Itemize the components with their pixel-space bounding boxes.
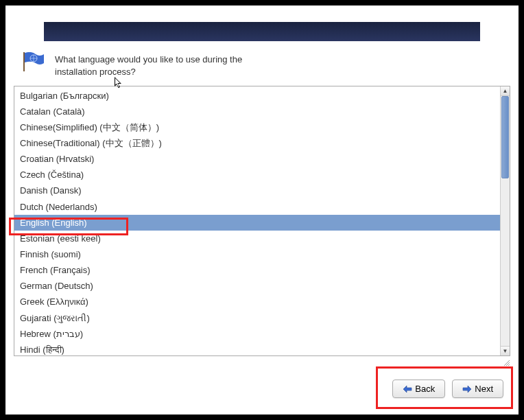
arrow-right-icon <box>462 385 472 393</box>
svg-line-6 <box>508 364 510 366</box>
list-item[interactable]: Bulgarian (Български) <box>14 88 500 104</box>
list-item[interactable]: Czech (Čeština) <box>14 167 500 183</box>
list-item[interactable]: Chinese(Traditional) (中文（正體）) <box>14 136 500 152</box>
list-item[interactable]: English (English) <box>14 215 500 231</box>
arrow-left-icon <box>403 385 412 393</box>
prompt-line1: What language would you like to use duri… <box>55 54 242 66</box>
back-button[interactable]: Back <box>392 380 445 398</box>
list-item[interactable]: Gujarati (ગુજરાતી) <box>14 310 500 326</box>
list-item[interactable]: Hebrew (עברית) <box>14 326 500 342</box>
list-item[interactable]: Estonian (eesti keel) <box>14 231 500 246</box>
prompt-text: What language would you like to use duri… <box>55 52 242 78</box>
prompt-line2: installation process? <box>55 66 242 78</box>
scroll-up-arrow-icon[interactable]: ▲ <box>501 86 510 96</box>
language-list[interactable]: Bulgarian (Български)Catalan (Català)Chi… <box>14 86 500 355</box>
scroll-thumb[interactable] <box>501 96 509 178</box>
svg-rect-0 <box>23 52 25 71</box>
list-item[interactable]: Greek (Ελληνικά) <box>14 294 500 310</box>
prompt-row: What language would you like to use duri… <box>5 41 519 86</box>
next-button-label: Next <box>475 384 493 394</box>
back-button-label: Back <box>415 384 435 394</box>
list-item[interactable]: Dutch (Nederlands) <box>14 199 500 215</box>
list-item[interactable]: French (Français) <box>14 263 500 279</box>
list-item[interactable]: Catalan (Català) <box>14 104 500 119</box>
language-list-container: Bulgarian (Български)Catalan (Català)Chi… <box>14 86 510 356</box>
list-item[interactable]: Finnish (suomi) <box>14 247 500 263</box>
list-item[interactable]: Danish (Dansk) <box>14 183 500 199</box>
list-item[interactable]: German (Deutsch) <box>14 279 500 294</box>
list-item[interactable]: Croatian (Hrvatski) <box>14 152 500 167</box>
list-item[interactable]: Chinese(Simplified) (中文（简体）) <box>14 119 500 135</box>
list-item[interactable]: Hindi (हिन्दी) <box>14 342 500 355</box>
scroll-down-arrow-icon[interactable]: ▼ <box>501 346 510 355</box>
resize-grip-icon[interactable] <box>501 357 510 366</box>
globe-flag-icon <box>22 52 45 71</box>
scrollbar[interactable]: ▲ ▼ <box>500 86 510 355</box>
installer-window: What language would you like to use duri… <box>5 5 519 415</box>
navigation-buttons: Back Next <box>392 380 503 398</box>
header-banner <box>44 22 480 41</box>
next-button[interactable]: Next <box>452 380 503 398</box>
